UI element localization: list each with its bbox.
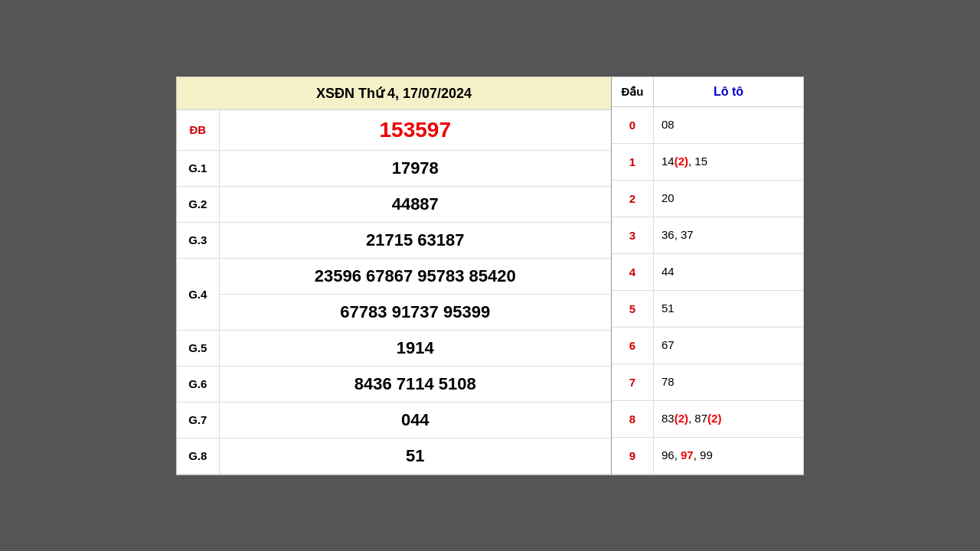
loto-nums-value: 51 [654,294,803,324]
loto-dau-value: 4 [612,254,654,290]
prize-label-g6: G.6 [177,366,219,402]
prize-values-g8: 51 [219,438,611,474]
loto-row: 778 [612,364,803,401]
table-row: G.851 [177,438,611,474]
table-row: G.244887 [177,186,611,222]
main-container: XSĐN Thứ 4, 17/07/2024 ĐB153597G.117978G… [176,77,804,475]
prize-values-g6: 8436 7114 5108 [219,366,611,402]
loto-row: 220 [612,181,803,217]
table-row: G.321715 63187 [177,222,611,258]
loto-nums-value: 14(2), 15 [654,147,803,177]
results-panel: XSĐN Thứ 4, 17/07/2024 ĐB153597G.117978G… [177,77,612,474]
table-row: 67783 91737 95399 [177,294,611,330]
prize-label-db: ĐB [177,110,219,151]
prize-values-db: 153597 [219,110,611,151]
results-table: ĐB153597G.117978G.244887G.321715 63187G.… [177,110,611,474]
loto-row: 336, 37 [612,217,803,254]
loto-panel: Đầu Lô tô 008114(2), 15220336, 374445516… [612,77,803,474]
loto-header-label: Lô tô [654,77,803,106]
table-row: G.117978 [177,150,611,186]
loto-dau-value: 7 [612,364,654,400]
loto-nums-value: 20 [654,184,803,214]
table-row: G.7044 [177,402,611,438]
loto-dau-value: 8 [612,401,654,437]
loto-nums-value: 78 [654,367,803,397]
loto-dau-value: 2 [612,181,654,217]
loto-row: 114(2), 15 [612,144,803,181]
loto-nums-value: 44 [654,257,803,287]
prize-values-g4-row2: 67783 91737 95399 [219,294,611,330]
prize-values-g7: 044 [219,402,611,438]
loto-rows: 008114(2), 15220336, 37444551667778883(2… [612,107,803,474]
loto-nums-value: 83(2), 87(2) [654,404,803,434]
loto-nums-value: 08 [654,110,803,140]
prize-values-g4-row1: 23596 67867 95783 85420 [219,258,611,294]
loto-row: 444 [612,254,803,291]
prize-label-g4: G.4 [177,258,219,330]
loto-dau-value: 0 [612,107,654,143]
prize-values-g1: 17978 [219,150,611,186]
loto-row: 551 [612,291,803,328]
prize-values-g3: 21715 63187 [219,222,611,258]
loto-header: Đầu Lô tô [612,77,803,107]
prize-label-g2: G.2 [177,186,219,222]
dau-header: Đầu [612,77,654,106]
prize-label-g7: G.7 [177,402,219,438]
loto-row: 996, 97, 99 [612,438,803,474]
prize-values-g5: 1914 [219,330,611,366]
prize-values-g2: 44887 [219,186,611,222]
loto-row: 008 [612,107,803,144]
loto-dau-value: 3 [612,217,654,253]
prize-label-g1: G.1 [177,150,219,186]
loto-row: 667 [612,328,803,364]
table-row: G.68436 7114 5108 [177,366,611,402]
prize-label-g5: G.5 [177,330,219,366]
prize-label-g3: G.3 [177,222,219,258]
loto-dau-value: 1 [612,144,654,180]
table-row: G.423596 67867 95783 85420 [177,258,611,294]
prize-label-g8: G.8 [177,438,219,474]
page-title: XSĐN Thứ 4, 17/07/2024 [177,77,611,110]
loto-nums-value: 67 [654,331,803,360]
loto-nums-value: 36, 37 [654,220,803,250]
loto-dau-value: 5 [612,291,654,327]
loto-dau-value: 9 [612,438,654,474]
loto-dau-value: 6 [612,328,654,364]
table-row: G.51914 [177,330,611,366]
table-row: ĐB153597 [177,110,611,151]
loto-nums-value: 96, 97, 99 [654,441,803,471]
loto-row: 883(2), 87(2) [612,401,803,438]
